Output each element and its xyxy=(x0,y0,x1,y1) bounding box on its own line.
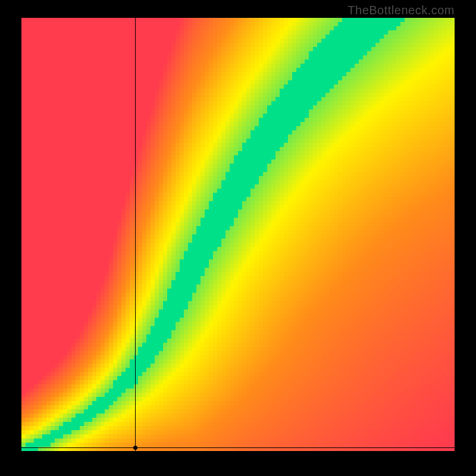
guide-line-vertical xyxy=(135,18,136,456)
heatmap-plot xyxy=(21,18,455,451)
watermark-text: TheBottleneck.com xyxy=(347,4,455,17)
guide-marker-dot xyxy=(133,446,137,450)
chart-container: TheBottleneck.com xyxy=(0,0,476,476)
heatmap-canvas xyxy=(21,18,455,451)
guide-line-horizontal xyxy=(21,447,459,448)
